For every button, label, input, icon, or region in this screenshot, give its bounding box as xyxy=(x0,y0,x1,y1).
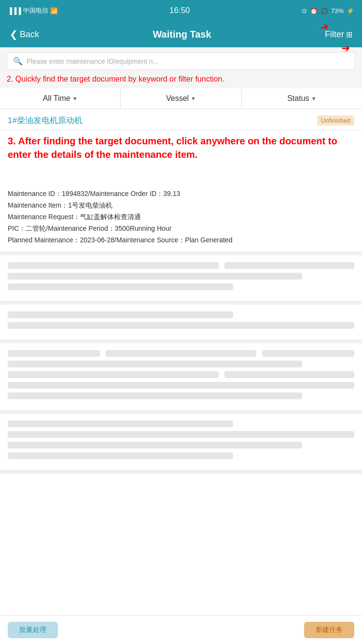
blurred-card-4[interactable] xyxy=(0,414,362,474)
maintenance-id-value: 1894832/Maintenance Order ID：39.13 xyxy=(62,190,180,197)
chevron-down-icon-vessel: ▼ xyxy=(191,96,196,101)
blur-line xyxy=(8,452,233,459)
chevron-left-icon: ❮ xyxy=(10,28,18,40)
back-button[interactable]: ❮ Back xyxy=(10,28,39,40)
maintenance-item-value: 1号发电柴油机 xyxy=(68,201,112,209)
doc-field-maintenance-item: Maintenance Item：1号发电柴油机 xyxy=(8,200,354,211)
doc-status-badge: Unfinished xyxy=(317,115,354,126)
back-label: Back xyxy=(20,29,39,40)
planned-label: Planned Maintenance： xyxy=(8,236,80,244)
maintenance-item-label: Maintenance Item： xyxy=(8,201,68,209)
blur-line xyxy=(8,322,354,329)
blur-line xyxy=(224,262,354,269)
blur-line xyxy=(8,392,302,399)
battery-icon: ⚡ xyxy=(347,7,354,14)
red-arrow-search-icon: ➜ xyxy=(341,42,350,55)
blur-line xyxy=(224,371,354,378)
search-box[interactable]: 🔍 Please enter maintenance ID/equipment … xyxy=(7,52,355,70)
maintenance-request-value: 气缸盖解体检查清通 xyxy=(80,213,141,221)
blur-line xyxy=(8,283,233,290)
annotation-2: 2. Quickly find the target document by k… xyxy=(0,72,362,88)
chevron-down-icon-status: ▼ xyxy=(311,96,317,101)
pic-label: PIC： xyxy=(8,224,26,232)
bottom-bar: 批量处理 新建任务 xyxy=(0,615,362,644)
signal-icon: ▐▐▐ xyxy=(8,7,21,14)
status-time: 16:50 xyxy=(169,6,190,15)
batch-button[interactable]: 批量处理 xyxy=(8,622,58,638)
pic-value: 二管轮/Maintenance Period：3500Running Hour xyxy=(26,224,171,232)
blur-line xyxy=(8,371,219,378)
tab-status-label: Status xyxy=(287,94,309,103)
red-arrow-icon: ➜ xyxy=(318,19,331,34)
tab-all-time[interactable]: All Time ▼ xyxy=(0,88,121,109)
tab-status[interactable]: Status ▼ xyxy=(242,88,362,109)
chevron-down-icon-alltime: ▼ xyxy=(72,96,78,101)
blur-line xyxy=(8,420,233,427)
blur-line xyxy=(8,382,354,389)
blur-line xyxy=(8,311,233,318)
blur-line xyxy=(8,262,219,269)
blur-line xyxy=(8,442,302,448)
headphone-icon: 🎧 xyxy=(320,7,328,14)
doc-body: 3. After finding the target document, cl… xyxy=(0,130,362,252)
doc-field-pic: PIC：二管轮/Maintenance Period：3500Running H… xyxy=(8,223,354,235)
tab-vessel[interactable]: Vessel ▼ xyxy=(121,88,241,109)
blur-line xyxy=(8,350,100,357)
search-section: 🔍 Please enter maintenance ID/equipment … xyxy=(0,47,362,72)
doc-field-maintenance-request: Maintenance Request：气缸盖解体检查清通 xyxy=(8,211,354,223)
doc-title: 1#柴油发电机原动机 xyxy=(8,115,83,126)
blurred-section xyxy=(0,255,362,474)
blurred-card-3[interactable] xyxy=(0,343,362,414)
maintenance-request-label: Maintenance Request： xyxy=(8,213,80,221)
blur-line xyxy=(8,431,354,438)
filter-icon: ⊞ xyxy=(346,30,352,39)
blurred-card-2[interactable] xyxy=(0,305,362,343)
search-input[interactable]: Please enter maintenance ID/equipment n.… xyxy=(27,57,349,65)
document-card-1[interactable]: 1#柴油发电机原动机 Unfinished 3. After finding t… xyxy=(0,109,362,255)
filter-button[interactable]: ➜ Filter ⊞ xyxy=(325,29,352,40)
battery-label: 73% xyxy=(331,7,344,14)
status-left: ▐▐▐ 中国电信 📶 xyxy=(8,6,58,15)
search-icon: 🔍 xyxy=(13,56,23,66)
blur-line xyxy=(8,361,302,367)
tab-all-time-label: All Time xyxy=(43,94,70,103)
page-title: Waiting Task xyxy=(153,29,211,40)
alarm-icon: ⏰ xyxy=(310,7,318,14)
wifi-icon: 📶 xyxy=(50,7,58,14)
status-bar: ▐▐▐ 中国电信 📶 16:50 ⊙ ⏰ 🎧 73% ⚡ xyxy=(0,0,362,21)
filter-tabs: All Time ▼ Vessel ▼ Status ▼ xyxy=(0,88,362,109)
maintenance-id-label: Maintenance ID： xyxy=(8,190,62,197)
blur-line xyxy=(8,273,302,280)
nav-bar: ❮ Back Waiting Task ➜ Filter ⊞ xyxy=(0,21,362,47)
tab-vessel-label: Vessel xyxy=(166,94,189,103)
blurred-card-1[interactable] xyxy=(0,255,362,305)
carrier-label: 中国电信 xyxy=(23,6,48,15)
planned-value: 2023-06-28/Maintenance Source：Plan Gener… xyxy=(80,236,232,244)
doc-card-header: 1#柴油发电机原动机 Unfinished xyxy=(0,109,362,130)
new-task-button[interactable]: 新建任务 xyxy=(304,622,354,638)
status-right: ⊙ ⏰ 🎧 73% ⚡ xyxy=(302,7,354,14)
location-icon: ⊙ xyxy=(302,7,307,14)
blur-line xyxy=(262,350,354,357)
annotation-3: 3. After finding the target document, cl… xyxy=(0,130,362,165)
doc-field-planned: Planned Maintenance：2023-06-28/Maintenan… xyxy=(8,235,354,246)
blur-line xyxy=(106,350,256,357)
doc-field-maintenance-id: Maintenance ID：1894832/Maintenance Order… xyxy=(8,188,354,200)
